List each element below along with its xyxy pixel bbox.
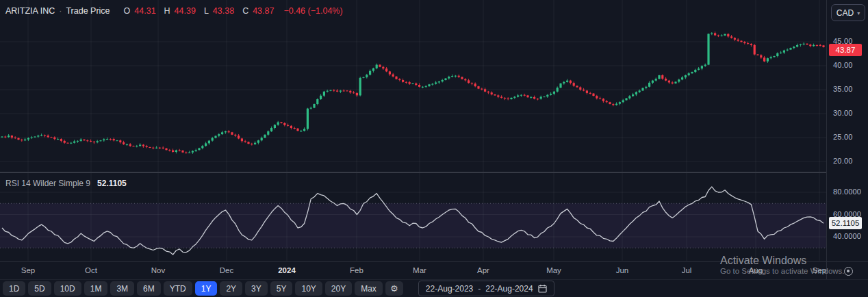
rsi-current-value: 52.1105 bbox=[97, 179, 127, 188]
high-label: H bbox=[164, 6, 170, 16]
time-axis-label: Nov bbox=[151, 266, 165, 274]
time-axis-label: Sep bbox=[21, 266, 35, 274]
rsi-tick-label: 80.0000 bbox=[833, 188, 861, 196]
high-value: 44.39 bbox=[175, 6, 196, 16]
price-tick-label: 25.00 bbox=[833, 133, 853, 141]
currency-selector[interactable]: CAD ▾ bbox=[831, 4, 865, 21]
price-tick-label: 30.00 bbox=[833, 109, 853, 117]
price-and-rsi-chart bbox=[0, 0, 826, 261]
trading-chart-window: ARITZIA INC · Trade Price O 44.31 H 44.3… bbox=[0, 0, 868, 297]
time-axis-label: Feb bbox=[350, 266, 363, 274]
low-value: 43.38 bbox=[213, 6, 234, 16]
range-button-10y[interactable]: 10Y bbox=[295, 281, 322, 296]
time-axis-label: Sep bbox=[813, 266, 826, 274]
time-axis-label: Dec bbox=[220, 266, 233, 274]
price-tick-label: 40.00 bbox=[833, 61, 853, 69]
chevron-down-icon: ▾ bbox=[857, 10, 860, 16]
range-button-1m[interactable]: 1M bbox=[84, 281, 108, 296]
symbol-legend: ARITZIA INC · Trade Price O 44.31 H 44.3… bbox=[5, 6, 343, 16]
time-axis-label: May bbox=[546, 266, 561, 274]
time-axis-label: Jul bbox=[682, 266, 692, 274]
range-button-ytd[interactable]: YTD bbox=[164, 281, 192, 296]
open-value: 44.31 bbox=[134, 6, 155, 16]
range-button-3y[interactable]: 3Y bbox=[245, 281, 268, 296]
range-button-max[interactable]: Max bbox=[355, 281, 383, 296]
currency-label: CAD bbox=[837, 8, 854, 18]
range-button-10d[interactable]: 10D bbox=[54, 281, 81, 296]
calendar-icon bbox=[538, 284, 547, 293]
price-tick-label: 20.00 bbox=[833, 157, 853, 165]
range-button-5y[interactable]: 5Y bbox=[270, 281, 293, 296]
range-button-2y[interactable]: 2Y bbox=[220, 281, 242, 296]
range-button-1y[interactable]: 1Y bbox=[195, 281, 218, 296]
range-button-6m[interactable]: 6M bbox=[137, 281, 161, 296]
rsi-tick-label: 40.0000 bbox=[833, 232, 861, 240]
gear-icon[interactable]: ⚙ bbox=[385, 281, 403, 296]
legend-separator: · bbox=[59, 6, 62, 16]
rsi-legend: RSI 14 Wilder Simple 9 52.1105 bbox=[5, 179, 127, 188]
time-axis[interactable]: SepOctNovDec2024FebMarAprMayJunJulAugSep bbox=[0, 261, 868, 279]
last-price-badge: 43.87 bbox=[829, 44, 862, 56]
rsi-value-badge: 52.1105 bbox=[829, 217, 862, 229]
range-toolbar: 1D5D10D1M3M6MYTD1Y2Y3Y5Y10Y20YMax⚙22-Aug… bbox=[0, 279, 868, 297]
time-axis-label: Oct bbox=[85, 266, 97, 274]
chart-surface[interactable] bbox=[0, 0, 826, 261]
close-label: C bbox=[242, 6, 248, 16]
time-axis-label: Jun bbox=[616, 266, 629, 274]
price-tick-label: 35.00 bbox=[833, 85, 853, 93]
close-value: 43.87 bbox=[253, 6, 274, 16]
range-button-5d[interactable]: 5D bbox=[28, 281, 51, 296]
rsi-indicator-name: RSI 14 Wilder Simple 9 bbox=[5, 179, 90, 188]
date-range-end: 22-Aug-2024 bbox=[485, 284, 533, 294]
range-button-1d[interactable]: 1D bbox=[3, 281, 25, 296]
price-scale[interactable]: CAD ▾ 43.87 52.1105 45.0040.0035.0030.00… bbox=[826, 0, 868, 279]
date-range-start: 22-Aug-2023 bbox=[426, 284, 473, 294]
symbol-name: ARITZIA INC bbox=[5, 6, 55, 16]
price-change: −0.46 (−1.04%) bbox=[283, 6, 342, 16]
time-axis-label: Mar bbox=[413, 266, 426, 274]
low-label: L bbox=[204, 6, 209, 16]
series-type: Trade Price bbox=[66, 6, 110, 16]
date-range-separator: - bbox=[478, 284, 481, 294]
date-range-selector[interactable]: 22-Aug-2023-22-Aug-2024 bbox=[418, 281, 554, 296]
range-button-3m[interactable]: 3M bbox=[110, 281, 134, 296]
range-button-20y[interactable]: 20Y bbox=[325, 281, 352, 296]
open-label: O bbox=[124, 6, 131, 16]
time-axis-label: 2024 bbox=[278, 266, 296, 274]
time-axis-label: Aug bbox=[749, 266, 763, 274]
time-axis-label: Apr bbox=[477, 266, 489, 274]
